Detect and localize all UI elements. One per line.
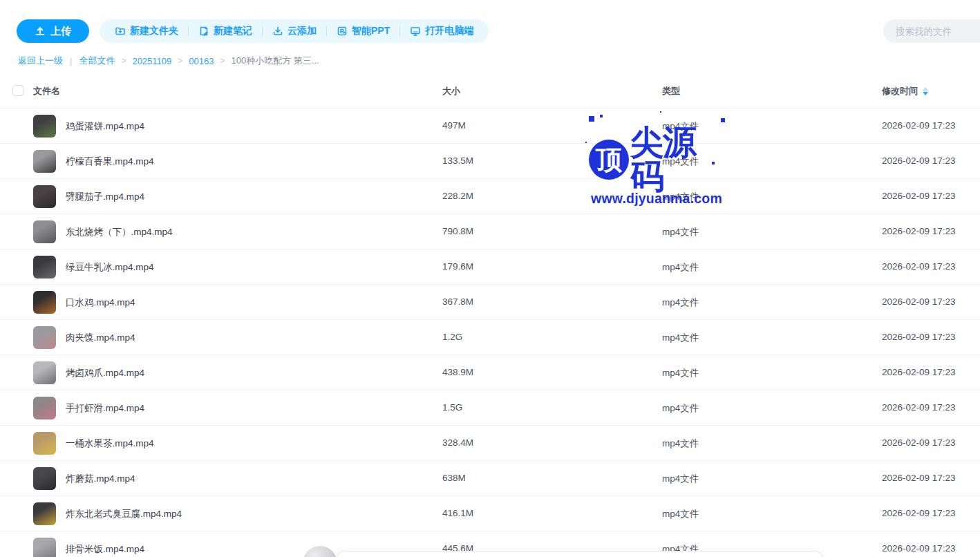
upload-button[interactable]: 上传 [17,19,89,43]
folder-plus-icon [115,26,126,37]
column-header-modified-label: 修改时间 [882,85,918,97]
column-header-type[interactable]: 类型 [662,85,680,97]
column-header-modified[interactable]: 修改时间 [882,85,928,97]
smart-ppt-button[interactable]: 智能PPT [337,25,390,37]
file-type: mp4文件 [662,437,699,450]
file-modified: 2026-02-09 17:23 [882,155,956,166]
file-type: mp4文件 [662,120,699,133]
file-size: 179.6M [442,261,473,272]
toolbar: 上传 新建文件夹 新建笔记 [17,19,489,43]
file-modified: 2026-02-09 17:23 [882,120,956,131]
file-thumbnail [33,256,56,278]
file-name[interactable]: 炸蘑菇.mp4.mp4 [66,473,135,485]
new-folder-label: 新建文件夹 [130,25,178,37]
cloud-add-button[interactable]: 云添加 [272,25,317,37]
toolbar-separator [188,26,189,36]
select-all-checkbox[interactable] [12,85,23,96]
file-size: 367.8M [442,296,473,307]
toolbar-action-group: 新建文件夹 新建笔记 云添加 [100,19,489,43]
file-size: 133.5M [442,155,473,166]
smart-ppt-label: 智能PPT [352,25,390,37]
file-type: mp4文件 [662,473,699,485]
file-row[interactable]: 肉夹馍.mp4.mp4 1.2G mp4文件 2026-02-09 17:23 [0,320,980,355]
file-size: 638M [442,473,466,483]
file-name[interactable]: 肉夹馍.mp4.mp4 [66,332,135,344]
file-type: mp4文件 [662,261,699,274]
file-row[interactable]: 一桶水果茶.mp4.mp4 328.4M mp4文件 2026-02-09 17… [0,426,980,461]
file-type: mp4文件 [662,226,699,238]
file-size: 438.9M [442,367,473,377]
file-name[interactable]: 排骨米饭.mp4.mp4 [66,543,144,556]
file-thumbnail [33,185,56,208]
breadcrumb-item-00163[interactable]: 00163 [189,56,214,66]
column-header-name[interactable]: 文件名 [33,85,60,97]
file-modified: 2026-02-09 17:23 [882,261,956,272]
breadcrumb-chevron: > [178,56,182,66]
new-note-label: 新建笔记 [214,25,252,37]
file-size: 1.5G [442,402,462,413]
sort-asc-icon [923,87,928,91]
file-modified: 2026-02-09 17:23 [882,367,956,377]
open-desktop-button[interactable]: 打开电脑端 [410,25,473,37]
file-row[interactable]: 烤卤鸡爪.mp4.mp4 438.9M mp4文件 2026-02-09 17:… [0,355,980,390]
file-name[interactable]: 炸东北老式臭豆腐.mp4.mp4 [66,508,182,520]
breadcrumb-pipe: | [70,56,72,66]
file-type: mp4文件 [662,508,699,520]
file-name[interactable]: 东北烧烤（下）.mp4.mp4 [66,226,173,238]
file-thumbnail [33,361,56,384]
breadcrumb-chevron: > [121,56,126,66]
toolbar-separator [262,26,263,36]
cloud-download-icon [272,26,283,37]
file-modified: 2026-02-09 17:23 [882,437,956,448]
breadcrumb: 返回上一级 | 全部文件 > 20251109 > 00163 > 100种小吃… [18,55,319,67]
upload-icon [35,26,46,37]
file-row[interactable]: 口水鸡.mp4.mp4 367.8M mp4文件 2026-02-09 17:2… [0,285,980,320]
breadcrumb-back-link[interactable]: 返回上一级 [18,55,63,67]
new-folder-button[interactable]: 新建文件夹 [115,25,178,37]
file-type: mp4文件 [662,296,699,309]
sort-toggle[interactable] [923,87,928,95]
file-row[interactable]: 柠檬百香果.mp4.mp4 133.5M mp4文件 2026-02-09 17… [0,144,980,179]
file-thumbnail [33,397,56,419]
column-header-size[interactable]: 大小 [442,85,460,97]
file-row[interactable]: 手打虾滑.mp4.mp4 1.5G mp4文件 2026-02-09 17:23 [0,390,980,426]
file-name[interactable]: 手打虾滑.mp4.mp4 [66,402,144,415]
file-row[interactable]: 绿豆牛乳冰.mp4.mp4 179.6M mp4文件 2026-02-09 17… [0,249,980,285]
file-name[interactable]: 口水鸡.mp4.mp4 [66,296,135,309]
breadcrumb-item-all-files[interactable]: 全部文件 [79,55,115,67]
file-modified: 2026-02-09 17:23 [882,473,956,483]
floating-bottom-bar[interactable] [337,551,823,557]
file-name[interactable]: 柠檬百香果.mp4.mp4 [66,155,154,168]
file-row[interactable]: 劈腿茄子.mp4.mp4 228.2M mp4文件 2026-02-09 17:… [0,179,980,214]
file-modified: 2026-02-09 17:23 [882,508,956,518]
file-name[interactable]: 鸡蛋灌饼.mp4.mp4 [66,120,144,133]
file-name[interactable]: 烤卤鸡爪.mp4.mp4 [66,367,144,379]
file-name[interactable]: 劈腿茄子.mp4.mp4 [66,191,144,203]
file-thumbnail [33,115,56,138]
file-thumbnail [33,432,56,455]
file-thumbnail [33,291,56,314]
file-name[interactable]: 一桶水果茶.mp4.mp4 [66,437,154,450]
file-type: mp4文件 [662,332,699,344]
file-thumbnail [33,502,56,525]
file-thumbnail [33,150,56,173]
file-name[interactable]: 绿豆牛乳冰.mp4.mp4 [66,261,154,274]
file-type: mp4文件 [662,367,699,379]
cloud-add-label: 云添加 [288,25,317,37]
note-plus-icon [198,26,209,37]
sort-desc-icon [923,92,928,95]
file-row[interactable]: 东北烧烤（下）.mp4.mp4 790.8M mp4文件 2026-02-09 … [0,214,980,249]
file-thumbnail [33,467,56,490]
ppt-icon [337,26,348,37]
file-row[interactable]: 炸蘑菇.mp4.mp4 638M mp4文件 2026-02-09 17:23 [0,461,980,496]
file-list: 鸡蛋灌饼.mp4.mp4 497M mp4文件 2026-02-09 17:23… [0,108,980,557]
file-modified: 2026-02-09 17:23 [882,402,956,413]
file-thumbnail [33,326,56,349]
new-note-button[interactable]: 新建笔记 [198,25,252,37]
file-modified: 2026-02-09 17:23 [882,226,956,236]
breadcrumb-item-20251109[interactable]: 20251109 [132,56,171,66]
file-row[interactable]: 炸东北老式臭豆腐.mp4.mp4 416.1M mp4文件 2026-02-09… [0,496,980,531]
file-row[interactable]: 鸡蛋灌饼.mp4.mp4 497M mp4文件 2026-02-09 17:23 [0,108,980,144]
search-input[interactable] [883,19,980,43]
breadcrumb-chevron: > [220,56,225,66]
